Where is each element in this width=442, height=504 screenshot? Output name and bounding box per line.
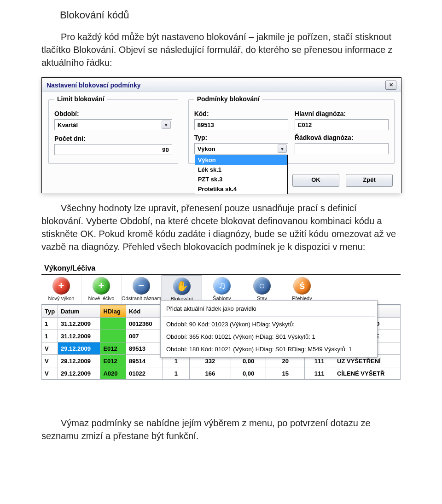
- table-cell[interactable]: 29.12.2009: [58, 342, 100, 355]
- kod-value: 89513: [198, 122, 214, 128]
- close-icon[interactable]: ✕: [385, 81, 396, 90]
- table-row[interactable]: V29.12.2009A0200102211660,0015111CÍLENÉ …: [42, 367, 401, 380]
- typ-value: Výkon: [198, 145, 215, 152]
- menu-rule-item[interactable]: Období: 180 Kód: 01021 (Výkon) HDiag: S0…: [161, 343, 377, 355]
- note-icon: ♫: [213, 277, 231, 295]
- sablony-button[interactable]: ♫ Šablony: [202, 275, 242, 304]
- table-cell[interactable]: 0012360: [126, 318, 163, 330]
- table-cell[interactable]: 29.12.2009: [58, 367, 100, 380]
- typ-option[interactable]: Výkon: [195, 155, 287, 165]
- minus-icon: −: [133, 277, 150, 295]
- radkovadiag-label: Řádková diagnóza:: [295, 134, 389, 141]
- table-cell[interactable]: V: [42, 355, 58, 367]
- menu-add-rule[interactable]: Přidat aktuální řádek jako pravidlo: [161, 302, 377, 315]
- plus-icon: +: [93, 277, 110, 295]
- table-cell[interactable]: [100, 330, 126, 342]
- hlavnidiag-value: E012: [298, 122, 312, 128]
- col-hdiag[interactable]: HDiag: [100, 305, 126, 318]
- conditions-fieldset: Podmínky blokování Kód: 89513 Hlavní dia…: [188, 99, 395, 164]
- kod-label: Kód:: [194, 110, 288, 117]
- page-title: Blokování kódů: [41, 9, 401, 21]
- table-cell[interactable]: E012: [100, 355, 126, 367]
- obdobi-label: Období:: [54, 110, 172, 117]
- table-cell[interactable]: 1: [163, 367, 190, 380]
- hlavnidiag-input[interactable]: E012: [295, 119, 389, 130]
- typ-label: Typ:: [194, 134, 288, 141]
- reports-icon: ś: [293, 277, 311, 295]
- pocetdni-value: 90: [162, 146, 169, 153]
- menu-rule-item[interactable]: Období: 90 Kód: 01023 (Výkon) HDiag: Výs…: [161, 318, 377, 330]
- typ-select[interactable]: Výkon ▼ Výkon Lék sk.1 PZT sk.3 Protetik…: [194, 143, 288, 154]
- typ-option[interactable]: Protetika sk.4: [195, 184, 287, 194]
- table-cell[interactable]: 111: [305, 367, 334, 380]
- table-cell[interactable]: 1: [42, 318, 58, 330]
- intro-paragraph-1: Pro každý kód může být nastaveno bloková…: [41, 30, 401, 69]
- table-cell[interactable]: E012: [100, 342, 126, 355]
- table-cell[interactable]: 15: [266, 367, 305, 380]
- table-cell[interactable]: 166: [189, 367, 231, 380]
- prehledy-button[interactable]: ś Přehledy: [282, 275, 322, 304]
- table-cell[interactable]: 0,00: [231, 367, 266, 380]
- table-cell[interactable]: 89513: [126, 342, 163, 355]
- table-cell[interactable]: V: [42, 367, 58, 380]
- stav-button[interactable]: ○ Stav: [242, 275, 282, 304]
- table-cell[interactable]: [100, 318, 126, 330]
- chevron-down-icon[interactable]: ▼: [162, 121, 171, 129]
- obdobi-value: Kvartál: [58, 122, 78, 128]
- grid-screenshot: Výkony/Léčiva + Nový výkon + Nové léčivo…: [41, 261, 401, 380]
- col-datum[interactable]: Datum: [58, 305, 100, 318]
- dialog-titlebar: Nastavení blokovací podmínky ✕: [42, 78, 401, 92]
- table-cell[interactable]: V: [42, 342, 58, 355]
- table-cell[interactable]: 007: [126, 330, 163, 342]
- limit-fieldset: Limit blokování Období: Kvartál ▼ Počet …: [48, 99, 178, 164]
- table-cell[interactable]: 31.12.2009: [58, 318, 100, 330]
- toolbar: + Nový výkon + Nové léčivo − Odstranit z…: [41, 275, 401, 305]
- conditions-legend: Podmínky blokování: [194, 95, 262, 103]
- new-lecivo-button[interactable]: + Nové léčivo: [81, 275, 122, 304]
- hand-icon: ✋: [173, 278, 191, 295]
- table-cell[interactable]: 89514: [126, 355, 163, 367]
- kod-input[interactable]: 89513: [194, 119, 288, 130]
- typ-dropdown-list[interactable]: Výkon Lék sk.1 PZT sk.3 Protetika sk.4: [195, 155, 288, 194]
- pocetdni-label: Počet dní:: [54, 135, 172, 142]
- table-cell[interactable]: 1: [42, 330, 58, 342]
- new-vykon-label: Nový výkon: [41, 295, 81, 301]
- intro-paragraph-3: Výmaz podmínky se nabídne jejím výběrem …: [41, 417, 401, 442]
- delete-row-label: Odstranit záznam: [122, 295, 161, 301]
- status-icon: ○: [253, 277, 271, 295]
- menu-rule-item[interactable]: Období: 365 Kód: 01021 (Výkon) HDiag: S0…: [161, 330, 377, 343]
- typ-option[interactable]: PZT sk.3: [195, 174, 287, 184]
- intro-paragraph-2: Všechny hodnoty lze upravit, přenesení p…: [41, 202, 401, 253]
- col-typ[interactable]: Typ: [42, 305, 58, 318]
- table-cell[interactable]: CÍLENÉ VYŠETŘ: [334, 367, 401, 380]
- typ-option[interactable]: Lék sk.1: [195, 165, 287, 174]
- chevron-down-icon[interactable]: ▼: [278, 145, 287, 153]
- grid-title: Výkony/Léčiva: [41, 261, 401, 274]
- delete-row-button[interactable]: − Odstranit záznam: [122, 275, 162, 304]
- back-button[interactable]: Zpět: [346, 174, 393, 187]
- hlavnidiag-label: Hlavní diagnóza:: [295, 110, 389, 117]
- settings-dialog: Nastavení blokovací podmínky ✕ Limit blo…: [41, 77, 401, 193]
- pocetdni-input[interactable]: 90: [54, 144, 172, 155]
- radkovadiag-input[interactable]: [295, 143, 389, 154]
- table-cell[interactable]: 29.12.2009: [58, 355, 100, 367]
- limit-legend: Limit blokování: [54, 95, 107, 103]
- obdobi-select[interactable]: Kvartál ▼: [54, 119, 172, 130]
- col-kod[interactable]: Kód: [126, 305, 163, 318]
- new-lecivo-label: Nové léčivo: [81, 295, 121, 301]
- table-cell[interactable]: A020: [100, 367, 126, 380]
- table-cell[interactable]: 01022: [126, 367, 163, 380]
- table-cell[interactable]: 31.12.2009: [58, 330, 100, 342]
- dialog-title: Nastavení blokovací podmínky: [47, 81, 141, 89]
- new-vykon-button[interactable]: + Nový výkon: [41, 275, 81, 304]
- ok-button[interactable]: OK: [292, 174, 339, 187]
- blokovani-menu: Přidat aktuální řádek jako pravidlo Obdo…: [160, 300, 378, 358]
- plus-icon: +: [52, 277, 70, 295]
